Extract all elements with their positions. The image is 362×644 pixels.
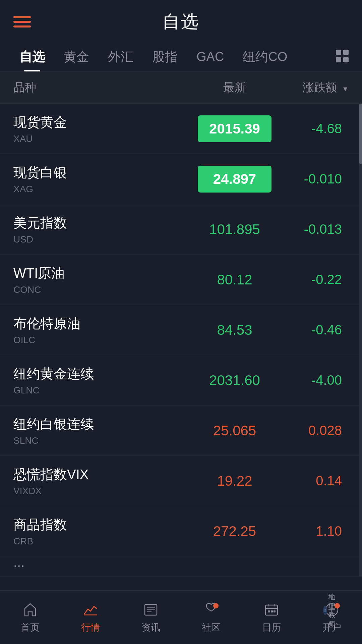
- nav-market-label: 行情: [81, 621, 100, 634]
- menu-line-3: [13, 25, 31, 28]
- svg-rect-11: [271, 610, 273, 612]
- row-change: -4.00: [282, 373, 349, 388]
- column-name: 品种: [13, 80, 188, 95]
- menu-button[interactable]: [13, 16, 31, 28]
- instrument-name-en: CRB: [13, 536, 188, 547]
- tab-index[interactable]: 股指: [143, 40, 187, 71]
- nav-calendar-label: 日历: [262, 621, 281, 634]
- grid-view-button[interactable]: [333, 43, 352, 69]
- row-latest: 25.065: [188, 423, 282, 439]
- table-row[interactable]: 纽约白银连续 SLNC 25.065 0.028: [0, 406, 362, 456]
- svg-rect-12: [274, 610, 276, 612]
- header: 自选: [0, 0, 362, 40]
- grid-cell-1: [336, 50, 341, 55]
- row-latest: 84.53: [188, 322, 282, 338]
- instrument-name-en: VIXDX: [13, 486, 188, 496]
- table-row[interactable]: 布伦特原油 OILC 84.53 -0.46: [0, 305, 362, 355]
- community-icon: [202, 601, 220, 619]
- nav-community[interactable]: 社区: [181, 601, 241, 634]
- instrument-name-cn: 布伦特原油: [13, 314, 188, 333]
- table-row[interactable]: 美元指数 USD 101.895 -0.013: [0, 204, 362, 255]
- bottom-nav: 首页 行情 资讯 社区: [0, 590, 362, 644]
- tab-watchlist[interactable]: 自选: [10, 40, 54, 71]
- svg-rect-6: [265, 605, 278, 615]
- table-body: 现货黄金 XAU 2015.39 -4.68 现货白银 XAG 24.897 -…: [0, 104, 362, 577]
- svg-rect-0: [84, 614, 97, 615]
- latest-price-text: 80.12: [217, 272, 252, 287]
- table-row[interactable]: 现货黄金 XAU 2015.39 -4.68: [0, 104, 362, 154]
- row-name-col: 布伦特原油 OILC: [13, 314, 188, 345]
- grid-cell-4: [343, 57, 349, 62]
- instrument-name-en: SLNC: [13, 435, 188, 446]
- tab-ny[interactable]: 纽约CO: [233, 40, 297, 71]
- instrument-name-en: GLNC: [13, 385, 188, 396]
- chart-icon: [82, 601, 99, 619]
- home-icon: [21, 601, 39, 619]
- table-row[interactable]: 商品指数 CRB 272.25 1.10: [0, 506, 362, 556]
- svg-rect-10: [268, 610, 270, 612]
- row-name-col: 纽约黄金连续 GLNC: [13, 365, 188, 396]
- row-change: 0.14: [282, 473, 349, 488]
- nav-home[interactable]: 首页: [0, 601, 60, 634]
- nav-community-label: 社区: [202, 621, 221, 634]
- scrollbar[interactable]: [359, 104, 362, 577]
- tab-gold[interactable]: 黄金: [54, 40, 99, 71]
- nav-news[interactable]: 资讯: [121, 601, 181, 634]
- row-name-col: 纽约白银连续 SLNC: [13, 415, 188, 446]
- row-latest: 24.897: [188, 166, 282, 193]
- page-title: 自选: [162, 10, 200, 34]
- nav-calendar[interactable]: 日历: [241, 601, 302, 634]
- latest-price-badge: 2015.39: [198, 115, 272, 142]
- instrument-name-en: XAG: [13, 184, 188, 195]
- tab-forex[interactable]: 外汇: [99, 40, 143, 71]
- svg-point-5: [213, 603, 219, 608]
- account-icon: 地理教师: [323, 601, 341, 619]
- instrument-name-en: CONC: [13, 284, 188, 295]
- nav-market[interactable]: 行情: [60, 601, 121, 634]
- nav-home-label: 首页: [21, 621, 40, 634]
- row-name-col: 商品指数 CRB: [13, 516, 188, 547]
- svg-point-17: [324, 609, 326, 611]
- row-latest: 101.895: [188, 221, 282, 237]
- instrument-name-cn: 美元指数: [13, 214, 188, 232]
- table-row[interactable]: 纽约黄金连续 GLNC 2031.60 -4.00: [0, 355, 362, 406]
- grid-cell-2: [343, 50, 349, 55]
- nav-account[interactable]: 地理教师 开户: [302, 601, 362, 634]
- instrument-name-cn: WTI原油: [13, 264, 188, 282]
- row-change: -0.013: [282, 222, 349, 237]
- latest-price-text: 19.22: [217, 473, 252, 489]
- tab-bar: 自选 黄金 外汇 股指 GAC 纽约CO: [0, 40, 362, 72]
- nav-news-label: 资讯: [141, 621, 160, 634]
- row-name-col: ···: [13, 558, 349, 575]
- menu-line-2: [13, 21, 31, 23]
- table-row[interactable]: 现货白银 XAG 24.897 -0.010: [0, 154, 362, 204]
- row-name-col: 恐慌指数VIX VIXDX: [13, 465, 188, 496]
- instrument-name-cn: 现货黄金: [13, 113, 188, 131]
- row-latest: 2031.60: [188, 372, 282, 388]
- column-latest: 最新: [188, 80, 282, 95]
- row-latest: 272.25: [188, 523, 282, 539]
- row-name-col: 现货白银 XAG: [13, 163, 188, 195]
- instrument-name-en: OILC: [13, 335, 188, 345]
- row-change: 0.028: [282, 423, 349, 438]
- table-row[interactable]: WTI原油 CONC 80.12 -0.22: [0, 255, 362, 305]
- news-icon: [142, 601, 160, 619]
- table-row[interactable]: 恐慌指数VIX VIXDX 19.22 0.14: [0, 456, 362, 506]
- instrument-name-cn: 现货白银: [13, 163, 188, 182]
- column-change[interactable]: 涨跌额 ▼: [282, 80, 349, 95]
- row-latest: 80.12: [188, 272, 282, 288]
- row-name-col: 美元指数 USD: [13, 214, 188, 245]
- tab-gac[interactable]: GAC: [187, 42, 233, 70]
- menu-line-1: [13, 16, 31, 18]
- scrollbar-thumb: [359, 104, 362, 164]
- row-change: -4.68: [282, 121, 349, 136]
- instrument-name-cn: 商品指数: [13, 516, 188, 534]
- row-change: 1.10: [282, 524, 349, 539]
- latest-price-badge: 24.897: [198, 166, 272, 193]
- instrument-name-en: XAU: [13, 133, 188, 144]
- row-change: -0.46: [282, 322, 349, 337]
- row-name-col: WTI原油 CONC: [13, 264, 188, 295]
- table-row[interactable]: ···: [0, 556, 362, 577]
- instrument-name-cn: 纽约白银连续: [13, 415, 188, 433]
- instrument-name-cn: 纽约黄金连续: [13, 365, 188, 383]
